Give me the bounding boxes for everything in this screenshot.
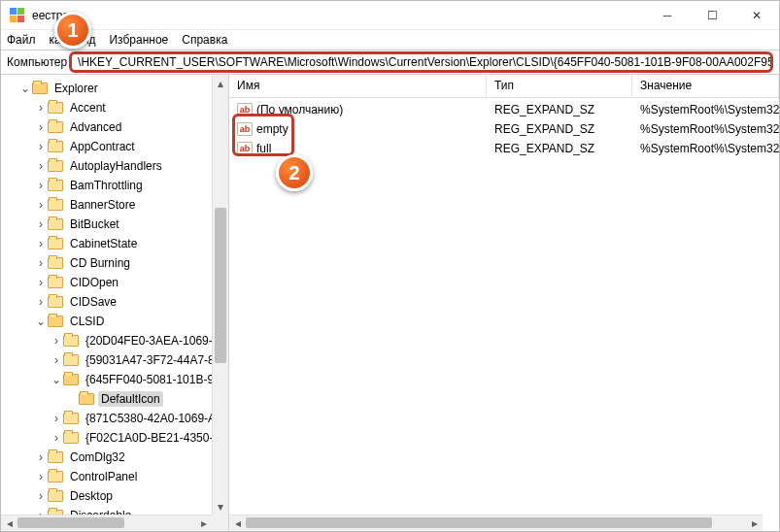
- tree-node[interactable]: › CD Burning: [5, 253, 228, 273]
- maximize-button[interactable]: ☐: [690, 1, 734, 29]
- value-type: REG_EXPAND_SZ: [487, 103, 632, 116]
- tree-node[interactable]: › BannerStore: [5, 195, 228, 215]
- scroll-right-icon[interactable]: ▸: [195, 515, 212, 531]
- expander-icon[interactable]: ⌄: [18, 83, 32, 94]
- highlight-box-values: [232, 114, 294, 156]
- tree-node[interactable]: › CIDSave: [5, 292, 228, 312]
- tree-node[interactable]: › Desktop: [5, 486, 228, 506]
- tree-node[interactable]: › AutoplayHandlers: [5, 156, 228, 176]
- tree-label: CabinetState: [67, 236, 140, 251]
- value-row[interactable]: ab full REG_EXPAND_SZ %SystemRoot%\Syste…: [229, 139, 779, 158]
- expander-icon[interactable]: ›: [34, 296, 48, 308]
- scroll-left-icon[interactable]: ◂: [1, 515, 17, 531]
- scroll-thumb[interactable]: [215, 208, 226, 363]
- tree-label: {20D04FE0-3AEA-1069-A: [83, 333, 223, 349]
- expander-icon[interactable]: ›: [34, 199, 48, 211]
- scroll-up-icon[interactable]: ▴: [213, 75, 228, 91]
- tree-node[interactable]: › CIDOpen: [5, 273, 228, 292]
- folder-icon: [48, 199, 63, 211]
- registry-tree[interactable]: ⌄ Explorer › Accent › Advanced › AppCont…: [1, 75, 228, 531]
- expander-icon[interactable]: ›: [34, 257, 48, 269]
- tree-node[interactable]: › Advanced: [5, 117, 228, 137]
- tree-node[interactable]: › ControlPanel: [5, 467, 228, 486]
- tree-node[interactable]: DefaultIcon: [5, 389, 228, 409]
- tree-node[interactable]: ⌄ {645FF040-5081-101B-9: [5, 370, 228, 389]
- tree-node[interactable]: › Accent: [5, 98, 228, 117]
- tree-node[interactable]: › BitBucket: [5, 215, 228, 234]
- expander-icon[interactable]: ›: [34, 160, 48, 172]
- folder-icon: [63, 413, 79, 424]
- folder-icon: [48, 218, 63, 230]
- folder-icon: [63, 335, 79, 347]
- tree-label: {F02C1A0D-BE21-4350-: [83, 430, 216, 446]
- expander-icon[interactable]: ›: [50, 354, 63, 366]
- tree-node[interactable]: › {20D04FE0-3AEA-1069-A: [5, 331, 228, 350]
- expander-icon[interactable]: ⌄: [34, 316, 48, 327]
- tree-pane: ⌄ Explorer › Accent › Advanced › AppCont…: [1, 75, 229, 531]
- folder-icon: [48, 451, 63, 463]
- list-hscroll[interactable]: ◂ ▸: [229, 515, 763, 531]
- folder-icon: [63, 374, 79, 385]
- col-name[interactable]: Имя: [229, 75, 487, 97]
- tree-node[interactable]: › BamThrottling: [5, 176, 228, 195]
- tree-vscroll[interactable]: ▴ ▾: [212, 75, 228, 515]
- tree-node[interactable]: ⌄ Explorer: [5, 79, 228, 98]
- expander-icon[interactable]: ›: [34, 471, 48, 482]
- value-data: %SystemRoot%\System32\im: [632, 142, 779, 155]
- expander-icon[interactable]: ›: [34, 102, 48, 114]
- scroll-down-icon[interactable]: ▾: [213, 498, 228, 515]
- expander-icon[interactable]: ›: [50, 413, 63, 424]
- scroll-left-icon[interactable]: ◂: [229, 515, 246, 531]
- expander-icon[interactable]: ›: [50, 335, 63, 347]
- column-headers[interactable]: Имя Тип Значение: [229, 75, 779, 98]
- menu-help[interactable]: Справка: [182, 33, 227, 47]
- folder-icon: [63, 354, 79, 366]
- tree-label: Accent: [67, 100, 109, 116]
- tree-label: CIDOpen: [67, 275, 121, 290]
- close-button[interactable]: ✕: [734, 1, 779, 29]
- tree-node[interactable]: › AppContract: [5, 137, 228, 156]
- expander-icon[interactable]: ›: [34, 218, 48, 230]
- app-icon: [9, 8, 24, 23]
- tree-node[interactable]: › ComDlg32: [5, 448, 228, 467]
- expander-icon[interactable]: ›: [34, 141, 48, 152]
- scroll-corner: [212, 515, 228, 531]
- address-label: Компьютер: [7, 55, 67, 69]
- tree-node[interactable]: ⌄ CLSID: [5, 312, 228, 331]
- menu-favorites[interactable]: Избранное: [109, 33, 168, 47]
- tree-hscroll[interactable]: ◂ ▸: [1, 515, 212, 531]
- expander-icon[interactable]: ›: [34, 121, 48, 133]
- scroll-hthumb[interactable]: [246, 517, 712, 528]
- values-list[interactable]: ab (По умолчанию) REG_EXPAND_SZ %SystemR…: [229, 98, 779, 160]
- tree-label: Desktop: [67, 488, 116, 504]
- value-data: %SystemRoot%\System32\im: [632, 122, 779, 136]
- expander-icon[interactable]: ⌄: [50, 374, 63, 385]
- col-type[interactable]: Тип: [487, 75, 632, 97]
- expander-icon[interactable]: ›: [34, 238, 48, 249]
- tree-node[interactable]: › CabinetState: [5, 234, 228, 253]
- scroll-hthumb[interactable]: [17, 517, 124, 528]
- scroll-right-icon[interactable]: ▸: [746, 515, 763, 531]
- col-value[interactable]: Значение: [632, 75, 779, 97]
- tree-label: CLSID: [67, 314, 107, 329]
- expander-icon[interactable]: ›: [34, 490, 48, 502]
- folder-icon: [48, 316, 63, 327]
- folder-icon: [48, 180, 63, 191]
- minimize-button[interactable]: ─: [645, 1, 690, 29]
- expander-icon[interactable]: ›: [34, 180, 48, 191]
- tree-label: Explorer: [51, 81, 101, 96]
- value-row[interactable]: ab (По умолчанию) REG_EXPAND_SZ %SystemR…: [229, 100, 779, 119]
- menubar: Файл ка Вид Избранное Справка: [1, 30, 779, 50]
- folder-icon: [48, 102, 63, 114]
- expander-icon[interactable]: ›: [34, 451, 48, 463]
- tree-node[interactable]: › {871C5380-42A0-1069-A: [5, 409, 228, 428]
- values-pane: Имя Тип Значение ab (По умолчанию) REG_E…: [229, 75, 779, 531]
- tree-node[interactable]: › {59031A47-3F72-44A7-8: [5, 350, 228, 370]
- value-row[interactable]: ab empty REG_EXPAND_SZ %SystemRoot%\Syst…: [229, 119, 779, 139]
- expander-icon[interactable]: ›: [50, 432, 63, 444]
- tree-node[interactable]: › {F02C1A0D-BE21-4350-: [5, 428, 228, 448]
- value-type: REG_EXPAND_SZ: [487, 122, 632, 136]
- menu-file[interactable]: Файл: [7, 33, 36, 47]
- expander-icon[interactable]: ›: [34, 277, 48, 288]
- address-input[interactable]: \HKEY_CURRENT_USER\SOFTWARE\Microsoft\Wi…: [69, 51, 773, 73]
